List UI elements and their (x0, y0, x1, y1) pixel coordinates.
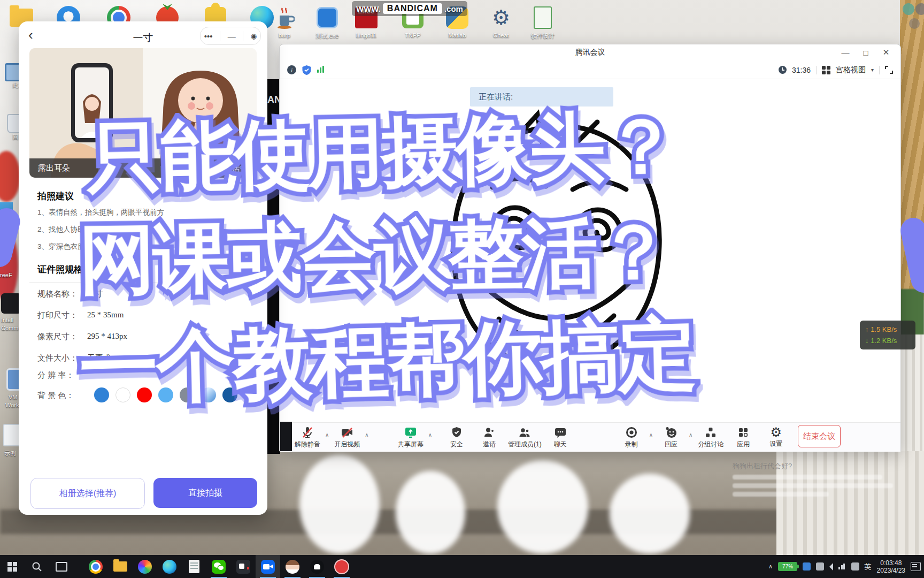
volume-icon[interactable] (829, 563, 833, 571)
icon-label: Matlab (443, 32, 472, 39)
chevron-up-icon[interactable]: ∧ (365, 432, 368, 438)
minimize-button[interactable]: — (837, 45, 853, 59)
meeting-duration: 31:36 (792, 66, 811, 74)
chevron-up-icon[interactable]: ∧ (689, 432, 692, 438)
toolbar-reactions[interactable]: 回应 (657, 426, 685, 449)
taskbar: ∧ 77% 英 0:03:48 2023/4/23 (0, 555, 924, 578)
close-capsule-button[interactable]: ◉ (251, 32, 257, 40)
toolbar-security[interactable]: 安全 (443, 426, 471, 449)
toolbar-unmute[interactable]: 解除静音 (294, 426, 321, 449)
meeting-titlebar[interactable]: 腾讯会议 — □ ✕ (280, 44, 900, 61)
taskbar-tencent-meeting[interactable] (256, 555, 280, 578)
more-button[interactable]: ••• (204, 32, 213, 41)
taskbar-photos[interactable] (133, 555, 157, 578)
sliver-text: AN (266, 79, 280, 105)
toolbar-breakout[interactable]: 分组讨论 (697, 426, 725, 449)
taskbar-explorer[interactable] (108, 555, 133, 578)
app-icon (236, 560, 250, 574)
taskbar-search-button[interactable] (25, 555, 49, 578)
toolbar-start-video[interactable]: 开启视频 (333, 426, 361, 449)
icon-label: burp (270, 32, 299, 39)
task-view-button[interactable] (49, 555, 74, 578)
avatar (286, 560, 299, 574)
watermark-blur-line (733, 483, 893, 488)
bandicam-watermark: WWW. BANDICAM .com (352, 1, 467, 16)
direct-shoot-button[interactable]: 直接拍摄 (153, 478, 257, 508)
tray-keyboard-icon[interactable] (851, 562, 859, 571)
desktop-icon-test-exe[interactable]: 测试.exe (313, 3, 342, 40)
taskbar-edge[interactable] (157, 555, 182, 578)
chevron-up-icon[interactable]: ∧ (428, 432, 432, 438)
meeting-infobar: i 31:36 宫格视图 ▾ (280, 61, 900, 79)
view-mode-label[interactable]: 宫格视图 (836, 65, 866, 75)
toolbar-members[interactable]: 管理成员(1) (508, 426, 542, 449)
taskbar-notepad[interactable] (182, 555, 206, 578)
taskbar-bandicam-record[interactable] (329, 555, 354, 578)
toolbar-apps[interactable]: 应用 (729, 426, 757, 449)
start-button[interactable] (0, 555, 25, 578)
spec-label: 分 辨 率： (37, 370, 74, 381)
icon-label: reeF (0, 272, 12, 278)
taskbar-avatar-app[interactable] (280, 555, 305, 578)
recorder-overlay-button[interactable] (915, 3, 924, 15)
toolbar-settings[interactable]: ⚙ 设置 (762, 427, 790, 448)
toolbar-share-screen[interactable]: 共享屏幕 (397, 426, 425, 449)
minimize-button[interactable]: — (228, 32, 236, 41)
taskbar-chrome[interactable] (83, 555, 108, 578)
task-view-icon (56, 562, 67, 572)
tray-onedrive-icon[interactable] (803, 562, 811, 571)
tray-printer-icon[interactable] (816, 562, 824, 571)
desktop-icon-burp[interactable]: burp (270, 3, 299, 39)
desktop-icon-cheat[interactable]: ⚙ Cheat (487, 3, 515, 39)
duration-clock-icon (779, 66, 787, 74)
chevron-down-icon[interactable]: ▾ (871, 67, 874, 73)
dog-leg (610, 474, 690, 554)
folder-icon (113, 561, 127, 572)
chevron-up-icon[interactable]: ∧ (649, 432, 653, 438)
end-meeting-button[interactable]: 结束会议 (798, 425, 841, 447)
taskbar-wechat[interactable] (206, 555, 231, 578)
chat-icon (554, 426, 567, 439)
shield-check-icon (450, 426, 463, 439)
members-icon (518, 426, 531, 439)
icon-label: Lingo11 (352, 32, 381, 39)
battery-indicator[interactable]: 77% (778, 562, 797, 571)
album-select-button[interactable]: 相册选择(推荐) (30, 478, 145, 509)
overlay-text-line1: 只能使用摄像头？ (86, 95, 678, 210)
photos-icon (138, 560, 152, 574)
toolbar-record[interactable]: 录制 (618, 426, 645, 449)
mic-off-icon (301, 426, 314, 439)
toolbar-invite[interactable]: 邀请 (475, 426, 503, 449)
caption-left: 露出耳朵 (38, 163, 70, 173)
spec-label: 像素尺寸： (37, 332, 78, 342)
recorder-overlay-button[interactable] (903, 3, 914, 15)
fullscreen-icon[interactable] (885, 66, 893, 74)
video-thumbnail-corner (280, 422, 292, 451)
icon-label: 测试.exe (313, 32, 342, 40)
download-arrow-icon: ↓ (865, 337, 869, 345)
recorder-overlay-button[interactable] (909, 18, 920, 29)
icon-label: 示例 (4, 450, 16, 458)
desktop-icon-software-design[interactable]: 软件设计 (528, 3, 557, 40)
dog-leg (299, 455, 380, 554)
tray-network-icon[interactable] (838, 562, 846, 572)
taskbar-dark-app[interactable] (231, 555, 256, 578)
shield-icon[interactable] (302, 65, 311, 75)
close-button[interactable]: ✕ (878, 45, 894, 59)
invite-person-icon (483, 426, 496, 439)
chevron-up-icon[interactable]: ∧ (325, 432, 329, 438)
maximize-button[interactable]: □ (858, 45, 874, 59)
reaction-smiley-icon (665, 426, 677, 439)
clock-time: 0:03:48 (877, 559, 905, 567)
icon-label: Work (5, 402, 19, 408)
miniprogram-capsule: ••• — ◉ (200, 27, 261, 45)
gear-icon: ⚙ (771, 427, 782, 438)
hidden-icons-chevron[interactable]: ∧ (768, 563, 773, 570)
taskbar-github[interactable] (305, 555, 329, 578)
action-center-icon[interactable] (911, 562, 921, 571)
toolbar-chat[interactable]: 聊天 (546, 426, 574, 449)
taskbar-clock[interactable]: 0:03:48 2023/4/23 (877, 559, 905, 574)
meeting-info-icon[interactable]: i (287, 65, 296, 74)
background-watermark-text: 狗狗出租行代会好? (733, 461, 909, 471)
ime-indicator[interactable]: 英 (865, 562, 872, 572)
